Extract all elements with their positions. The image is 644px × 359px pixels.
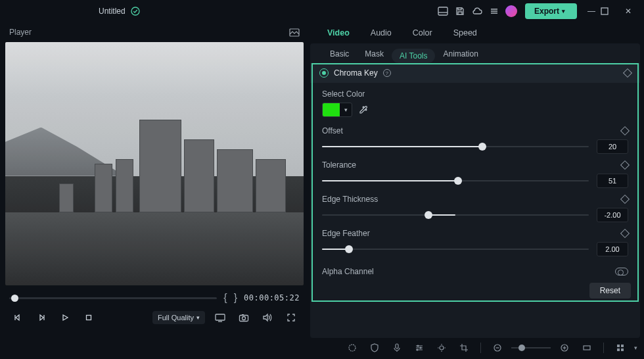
grid-view-icon[interactable]: [612, 339, 629, 356]
titlebar: Untitled Export ▾ — ✕: [0, 0, 644, 22]
window-close-icon[interactable]: ✕: [619, 7, 637, 16]
quality-dropdown[interactable]: Full Quality ▾: [152, 311, 205, 324]
camera-icon[interactable]: [235, 309, 252, 326]
visibility-toggle-icon[interactable]: [615, 268, 628, 275]
svg-rect-15: [242, 314, 244, 316]
svg-rect-36: [621, 345, 624, 347]
prev-frame-icon[interactable]: [9, 309, 26, 326]
edge-feather-value[interactable]: 2.00: [597, 242, 628, 256]
keyframe-diamond-icon[interactable]: [623, 68, 632, 78]
edge-feather-slider[interactable]: [322, 243, 589, 256]
tab-audio[interactable]: Audio: [360, 23, 402, 43]
cloud-upload-icon[interactable]: [469, 3, 486, 20]
tab-color[interactable]: Color: [402, 23, 443, 43]
fit-zoom-icon[interactable]: [578, 339, 595, 356]
chevron-down-icon[interactable]: ▾: [634, 345, 637, 351]
export-label: Export: [534, 7, 559, 16]
svg-point-16: [349, 345, 356, 351]
svg-point-0: [131, 7, 139, 15]
reset-button[interactable]: Reset: [589, 283, 631, 299]
color-swatch: [323, 103, 340, 116]
chroma-key-title: Chroma Key: [334, 68, 378, 78]
save-icon[interactable]: [451, 3, 469, 20]
video-preview[interactable]: [5, 42, 304, 285]
mic-icon[interactable]: [388, 339, 405, 356]
snapshot-frame-icon[interactable]: [289, 28, 300, 37]
keyframe-diamond-icon[interactable]: [620, 160, 630, 170]
avatar[interactable]: [503, 3, 520, 20]
tab-animation[interactable]: Animation: [435, 45, 486, 63]
tab-video[interactable]: Video: [317, 23, 360, 43]
mark-in-icon[interactable]: {: [223, 292, 227, 304]
keyframe-diamond-icon[interactable]: [620, 126, 630, 135]
svg-rect-17: [396, 344, 398, 348]
offset-value[interactable]: 20: [597, 139, 628, 154]
adjust-icon[interactable]: [411, 339, 428, 356]
sub-tabs: Basic Mask AI Tools Animation: [310, 43, 640, 63]
keyframe-diamond-icon[interactable]: [620, 229, 630, 238]
svg-rect-38: [621, 348, 624, 351]
tolerance-label: Tolerance: [322, 160, 356, 170]
tab-mask[interactable]: Mask: [357, 45, 392, 63]
brightness-icon[interactable]: [433, 339, 450, 356]
edge-thickness-label: Edge Thickness: [322, 195, 378, 204]
svg-point-22: [420, 347, 422, 349]
playhead-scrubber[interactable]: [9, 297, 217, 299]
keyframe-diamond-icon[interactable]: [620, 195, 630, 204]
next-frame-icon[interactable]: [33, 309, 50, 326]
export-button[interactable]: Export ▾: [525, 3, 577, 19]
edge-thickness-value[interactable]: -2.00: [597, 208, 628, 222]
edge-feather-label: Edge Feather: [322, 229, 370, 238]
zoom-track[interactable]: [511, 347, 551, 348]
offset-slider[interactable]: [322, 140, 589, 153]
color-wheel-icon[interactable]: [344, 339, 361, 356]
svg-rect-34: [584, 346, 590, 350]
svg-rect-35: [617, 345, 620, 347]
chroma-key-header[interactable]: Chroma Key ?: [310, 63, 640, 83]
svg-rect-1: [438, 7, 448, 15]
section-toggle-icon[interactable]: [319, 68, 329, 78]
stop-icon[interactable]: [80, 309, 97, 326]
svg-point-14: [242, 317, 246, 320]
svg-rect-10: [87, 316, 91, 320]
player-title: Player: [9, 28, 32, 37]
edge-thickness-slider[interactable]: [322, 208, 589, 222]
display-device-icon[interactable]: [212, 309, 229, 326]
eyedropper-icon[interactable]: [359, 105, 368, 114]
zoom-in-icon[interactable]: [556, 339, 573, 356]
help-icon[interactable]: ?: [383, 69, 391, 77]
crop-icon[interactable]: [455, 339, 472, 356]
volume-icon[interactable]: [259, 309, 276, 326]
play-icon[interactable]: [57, 309, 74, 326]
offset-label: Offset: [322, 126, 343, 135]
window-maximize-icon[interactable]: [601, 7, 619, 15]
tolerance-value[interactable]: 51: [597, 174, 628, 188]
shield-icon[interactable]: [366, 339, 383, 356]
color-swatch-dropdown[interactable]: ▾: [322, 103, 352, 117]
quality-label: Full Quality: [158, 314, 194, 322]
document-title: Untitled: [99, 7, 126, 16]
mark-out-icon[interactable]: }: [234, 292, 237, 304]
alpha-channel-label: Alpha Channel: [322, 267, 374, 276]
svg-point-23: [417, 349, 419, 351]
tab-basic[interactable]: Basic: [322, 45, 357, 63]
saved-check-icon: [131, 7, 140, 16]
document-title-group: Untitled: [99, 7, 140, 16]
chevron-down-icon: ▾: [340, 107, 352, 113]
layout-icon[interactable]: [434, 3, 451, 20]
svg-point-24: [440, 346, 444, 350]
tab-speed[interactable]: Speed: [443, 23, 488, 43]
window-minimize-icon[interactable]: —: [582, 7, 601, 16]
properties-panel: Video Audio Color Speed Basic Mask AI To…: [309, 22, 644, 338]
svg-rect-11: [216, 314, 225, 320]
chevron-down-icon: ▾: [196, 314, 200, 321]
chevron-down-icon: ▾: [562, 8, 565, 14]
fullscreen-icon[interactable]: [283, 309, 300, 326]
tolerance-slider[interactable]: [322, 174, 589, 187]
svg-rect-37: [617, 348, 620, 351]
menu-list-icon[interactable]: [486, 3, 503, 20]
svg-point-21: [417, 345, 419, 347]
tab-ai-tools[interactable]: AI Tools: [392, 49, 435, 63]
zoom-out-icon[interactable]: [489, 339, 506, 356]
timeline-toolbar: ▾: [315, 339, 637, 356]
